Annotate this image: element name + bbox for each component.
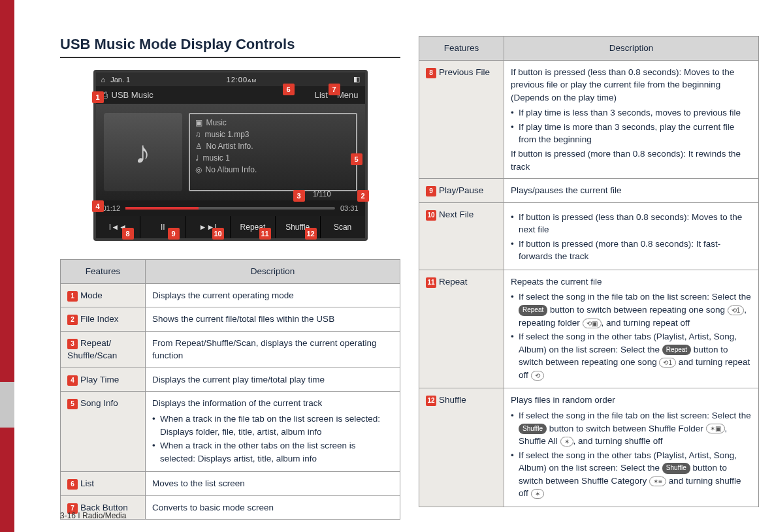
row-num: 12: [426, 396, 436, 406]
desc-intro: Repeats the current file: [511, 277, 602, 287]
desc-intro: Plays files in random order: [511, 395, 615, 405]
desc-bullet: If button is pressed (more than 0.8 seco…: [511, 238, 752, 263]
file-index: 1/110: [313, 190, 331, 198]
shuffle-cat-icon: ✶≡: [649, 477, 666, 486]
player-body: ♪ ▣Music ♫music 1.mp3 ♙No Artist Info. ♩…: [96, 104, 365, 200]
progress-bar-area: 4 01:12 03:31: [96, 200, 365, 216]
info-title: music 1: [203, 153, 230, 163]
row-num: 11: [426, 277, 436, 288]
callout-9: 9: [168, 228, 180, 240]
row-desc: Displays the information of the current …: [146, 392, 400, 472]
table-row: 9Play/Pause Plays/pauses the current fil…: [419, 179, 759, 203]
th-description: Description: [146, 260, 400, 284]
row-feature: File Index: [80, 314, 119, 324]
features-table-right: Features Description 8Previous File If b…: [419, 36, 759, 507]
desc-bullet: If select the song in the other tabs (Pl…: [511, 449, 752, 500]
folder-icon: ▣: [195, 118, 202, 127]
device-screenshot: ⌂ Jan. 1 12:00AM ◧ ⎙ USB Music List Menu…: [93, 70, 368, 241]
shuffle-pill: Shuffle: [519, 424, 547, 435]
row-feature: Play Time: [80, 375, 119, 384]
row-num: 4: [67, 375, 78, 386]
info-artist: No Artist Info.: [206, 142, 253, 151]
scan-button[interactable]: Scan: [321, 216, 365, 238]
desc-bullet: If play time is more than 3 seconds, pla…: [511, 121, 752, 146]
row-desc: Repeats the current file If select the s…: [504, 270, 759, 388]
status-ampm: AM: [248, 78, 257, 84]
table-row: 3Repeat/ Shuffle/Scan From Repeat/Shuffl…: [61, 331, 400, 368]
th-features: Features: [61, 260, 146, 284]
screenshot-wrap: ⌂ Jan. 1 12:00AM ◧ ⎙ USB Music List Menu…: [93, 70, 368, 241]
artist-icon: ♙: [195, 142, 202, 151]
callout-12: 12: [305, 228, 317, 240]
row-num: 10: [426, 210, 436, 221]
prev-button[interactable]: I◄◄: [96, 216, 141, 238]
table-row: 10Next File If button is pressed (less t…: [419, 202, 759, 270]
progress-bar[interactable]: [125, 207, 335, 210]
shuffle-off-icon: ✶: [531, 489, 544, 499]
text: button to switch between repeating one s…: [547, 305, 727, 315]
row-feature: Song Info: [80, 398, 118, 408]
row-feature: Next File: [439, 210, 474, 219]
row-num: 1: [67, 291, 78, 302]
row-num: 3: [67, 339, 78, 349]
text: If select the song in the file tab on th…: [519, 411, 751, 420]
left-column: USB Music Mode Display Controls ⌂ Jan. 1…: [60, 36, 400, 519]
desc-outro: If button is pressed (more than 0.8 seco…: [511, 149, 741, 172]
text: If select the song in the file tab on th…: [519, 292, 751, 302]
desc-intro: If button is pressed (less than 0.8 seco…: [511, 67, 734, 102]
table-header-row: Features Description: [419, 37, 759, 61]
row-desc: Displays the current play time/total pla…: [146, 368, 400, 392]
row-desc: Plays files in random order If select th…: [504, 388, 759, 507]
text: , and turning shuffle off: [573, 436, 663, 446]
text: , and turning repeat off: [602, 318, 690, 328]
transport-controls: I◄◄ II ►►I Repeat Shuffle Scan: [96, 216, 365, 238]
album-art-icon: ♪: [104, 113, 182, 191]
next-button[interactable]: ►►I: [185, 216, 231, 238]
table-row: 6List Moves to the list screen: [61, 472, 400, 496]
row-desc: Converts to basic mode screen: [146, 495, 400, 520]
shuffle-folder-icon: ✶▣: [706, 424, 725, 433]
table-row: 11Repeat Repeats the current file If sel…: [419, 270, 759, 388]
shuffle-all-icon: ✶: [560, 437, 573, 446]
album-icon: ◎: [195, 165, 202, 174]
table-row: 2File Index Shows the current file/total…: [61, 307, 400, 332]
time-total: 03:31: [340, 204, 359, 212]
row-desc: Plays/pauses the current file: [504, 179, 759, 203]
row-desc: From Repeat/Shuffle/Scan, displays the c…: [146, 331, 400, 368]
shuffle-pill: Shuffle: [662, 463, 690, 474]
row-desc: Shows the current file/total files withi…: [146, 307, 400, 332]
repeat-pill: Repeat: [662, 345, 691, 356]
table-header-row: Features Description: [61, 260, 400, 284]
row-num: 5: [67, 399, 78, 409]
repeat-folder-icon: ⟲▣: [583, 319, 602, 328]
callout-4: 4: [92, 200, 104, 212]
th-features: Features: [419, 37, 504, 61]
list-button[interactable]: List: [315, 90, 328, 100]
row-desc: If button is pressed (less than 0.8 seco…: [504, 60, 759, 179]
repeat-one-icon: ⟲1: [728, 305, 745, 315]
row-num: 6: [67, 479, 78, 490]
repeat-one-icon: ⟲1: [659, 358, 676, 368]
home-icon: ⌂: [101, 76, 106, 84]
desc-bullet: If select the song in the file tab on th…: [511, 409, 752, 448]
desc-bullet: If select the song in the file tab on th…: [511, 290, 752, 329]
desc-bullet: If play time is less than 3 seconds, mov…: [511, 106, 752, 119]
callout-2: 2: [357, 190, 369, 202]
row-num: 8: [426, 68, 436, 78]
menu-button[interactable]: Menu: [337, 90, 359, 100]
status-bar: ⌂ Jan. 1 12:00AM ◧: [96, 72, 365, 86]
callout-8: 8: [122, 228, 134, 240]
section-title: USB Music Mode Display Controls: [60, 36, 400, 58]
row-feature: Previous File: [439, 67, 490, 77]
title-bar: ⎙ USB Music List Menu 1 6 7: [96, 86, 365, 104]
time-elapsed: 01:12: [103, 204, 121, 212]
desc-bullet: If button is pressed (less than 0.8 seco…: [511, 211, 752, 236]
row-feature: List: [80, 478, 94, 488]
row-num: 2: [67, 315, 78, 325]
radio-icon: ◧: [353, 75, 360, 84]
info-file: music 1.mp3: [205, 130, 249, 139]
gray-side-tab: [0, 382, 14, 428]
file-icon: ♫: [195, 130, 201, 139]
callout-6: 6: [283, 84, 295, 95]
row-feature: Shuffle: [439, 395, 466, 405]
